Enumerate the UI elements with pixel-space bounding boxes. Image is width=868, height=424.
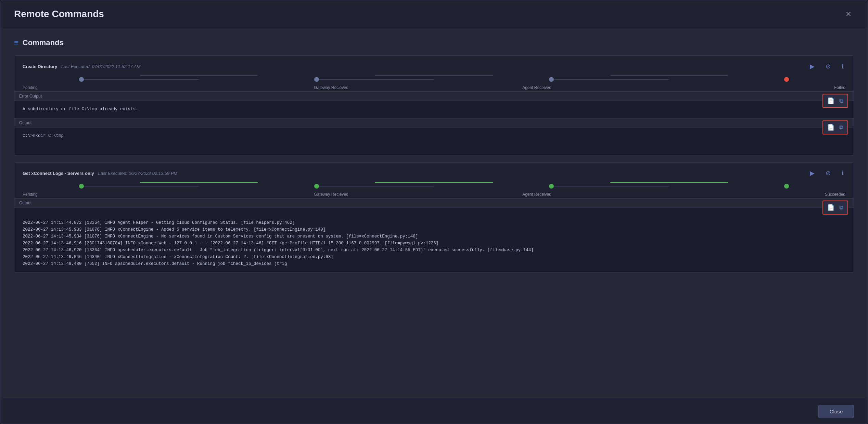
step-dot-pending-1: [79, 77, 84, 82]
connector-2-2: [375, 182, 493, 183]
command-actions-2: ▶ ⊘ ℹ: [808, 168, 845, 178]
label-agent-1: Agent Received: [434, 83, 640, 90]
command-actions-1: ▶ ⊘ ℹ: [808, 61, 845, 72]
modal-title: Remote Commands: [14, 9, 104, 20]
command-block-2: Get xConnect Logs - Servers only Last Ex…: [14, 162, 854, 272]
copy-output-button-2[interactable]: 📄: [827, 203, 835, 212]
step-succeeded-2: [728, 184, 845, 189]
modal-body: ≡ Commands Create Directory Last Execute…: [0, 28, 868, 399]
command-header-row-1: Create Directory Last Executed: 07/01/20…: [14, 56, 854, 72]
step-dot-gateway-2: [314, 184, 319, 189]
output-content-1: C:\>mkdir C:\tmp: [14, 128, 854, 155]
run-button-2[interactable]: ▶: [808, 168, 816, 178]
step-dot-succeeded-2: [784, 184, 789, 189]
command-block-1: Create Directory Last Executed: 07/01/20…: [14, 55, 854, 155]
step-labels-row-2: Pending Gateway Recieved Agent Received …: [23, 190, 845, 197]
cancel-button-2[interactable]: ⊘: [824, 168, 832, 178]
progress-container-2: Pending Gateway Recieved Agent Received …: [14, 178, 854, 198]
command-name-text-1: Create Directory: [23, 64, 57, 69]
output-panel-2: Output 2022-06-27 14:13:44,872 [13364] I…: [14, 198, 854, 272]
copy-error-output-button-1[interactable]: 📄: [827, 97, 835, 105]
command-name-1: Create Directory Last Executed: 07/01/20…: [23, 64, 140, 69]
output-label-1: Output: [14, 118, 854, 128]
steps-row-2: [23, 183, 845, 189]
footer-close-button[interactable]: Close: [818, 405, 854, 418]
command-last-exec-2: Last Executed: 06/27/2022 02:13:59 PM: [98, 171, 177, 176]
connector-2-1: [140, 182, 257, 183]
output-panel-1: Output C:\>mkdir C:\tmp 📄 ⧉: [14, 118, 854, 155]
connector-1-3: [610, 75, 728, 76]
step-dot-agent-1: [549, 77, 554, 82]
connector-1-2: [375, 75, 493, 76]
list-icon: ≡: [14, 38, 18, 47]
output-content-2: 2022-06-27 14:13:44,872 [13364] INFO Age…: [14, 208, 854, 272]
step-failed-1: [728, 77, 845, 82]
steps-row-1: [23, 76, 845, 82]
section-title: Commands: [23, 38, 64, 47]
label-gateway-2: Gateway Recieved: [228, 190, 434, 197]
command-name-2: Get xConnect Logs - Servers only Last Ex…: [23, 171, 177, 176]
step-pending-1: [23, 77, 140, 82]
modal-header: Remote Commands ×: [0, 0, 868, 28]
label-pending-2: Pending: [23, 190, 228, 197]
error-output-panel-1: Error Output A subdirectory or file C:\t…: [14, 91, 854, 118]
step-dot-gateway-1: [314, 77, 319, 82]
command-last-exec-1: Last Executed: 07/01/2022 11:52:17 AM: [61, 64, 141, 69]
error-output-label-1: Error Output: [14, 92, 854, 101]
output-actions-1: 📄 ⧉: [822, 120, 848, 134]
label-succeeded-2: Succeeded: [640, 190, 845, 197]
expand-output-button-1[interactable]: ⧉: [839, 123, 844, 132]
command-header-row-2: Get xConnect Logs - Servers only Last Ex…: [14, 163, 854, 178]
info-button-2[interactable]: ℹ: [840, 168, 845, 178]
progress-container-1: Pending Gateway Recieved Agent Received …: [14, 72, 854, 91]
remote-commands-modal: Remote Commands × ≡ Commands Create Dire…: [0, 0, 868, 424]
step-dot-agent-2: [549, 184, 554, 189]
expand-error-output-button-1[interactable]: ⧉: [839, 97, 844, 105]
error-output-actions-1: 📄 ⧉: [822, 94, 848, 108]
command-name-text-2: Get xConnect Logs - Servers only: [23, 171, 94, 176]
output-actions-2: 📄 ⧉: [822, 201, 848, 215]
step-agent-1: [493, 77, 610, 82]
modal-footer: Close: [0, 399, 868, 424]
step-labels-row-1: Pending Gateway Recieved Agent Received …: [23, 83, 845, 90]
modal-close-button[interactable]: ×: [843, 8, 854, 20]
connector-2-3: [610, 182, 728, 183]
output-label-2: Output: [14, 198, 854, 208]
label-gateway-1: Gateway Recieved: [228, 83, 434, 90]
connector-1-1: [140, 75, 257, 76]
run-button-1[interactable]: ▶: [808, 61, 816, 72]
copy-output-button-1[interactable]: 📄: [827, 123, 835, 132]
section-header: ≡ Commands: [14, 38, 854, 47]
step-dot-pending-2: [79, 184, 84, 189]
step-pending-2: [23, 184, 140, 189]
label-agent-2: Agent Received: [434, 190, 640, 197]
label-failed-1: Failed: [640, 83, 845, 90]
step-gateway-1: [258, 77, 375, 82]
label-pending-1: Pending: [23, 83, 228, 90]
step-gateway-2: [258, 184, 375, 189]
step-dot-failed-1: [784, 77, 789, 82]
info-button-1[interactable]: ℹ: [840, 61, 845, 72]
step-agent-2: [493, 184, 610, 189]
expand-output-button-2[interactable]: ⧉: [839, 203, 844, 212]
cancel-button-1[interactable]: ⊘: [824, 61, 832, 72]
error-output-content-1: A subdirectory or file C:\tmp already ex…: [14, 101, 854, 118]
